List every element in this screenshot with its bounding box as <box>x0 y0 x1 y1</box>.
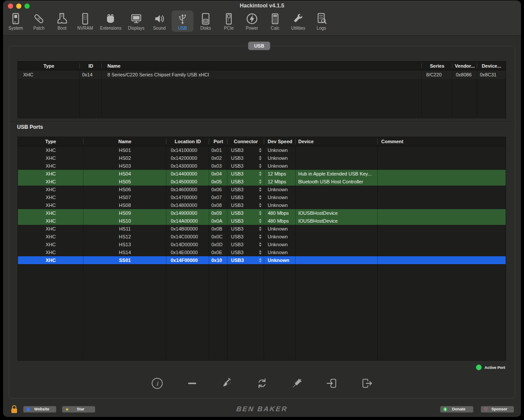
column-header-1[interactable]: ID <box>80 62 102 70</box>
column-header-location-id[interactable]: Location ID <box>166 137 209 146</box>
usb-ports-body[interactable]: XHCHS010x141000000x01USB3UnknownXHCHS020… <box>18 146 506 360</box>
usb-icon <box>176 12 189 26</box>
connector-stepper[interactable] <box>259 219 262 223</box>
connector-stepper[interactable] <box>259 211 262 215</box>
toolbar-item-displays[interactable]: Displays <box>125 10 147 32</box>
connector-stepper[interactable] <box>259 242 262 247</box>
toolbar-item-utilities[interactable]: Utilities <box>287 10 309 32</box>
connector-stepper[interactable] <box>259 234 262 239</box>
connector-value: USB3 <box>231 218 244 224</box>
toolbar-item-boot[interactable]: Boot <box>51 10 73 32</box>
column-header-device[interactable]: Device <box>296 137 378 146</box>
connector-stepper[interactable] <box>259 250 262 255</box>
active-port-label: Active Port <box>484 365 505 370</box>
usb-port-row-hs03[interactable]: XHCHS030x143000000x03USB3Unknown <box>18 162 506 170</box>
toolbar-item-pcie[interactable]: PCIe <box>218 10 240 32</box>
svg-text:i: i <box>156 380 159 387</box>
connector-value: USB3 <box>231 187 244 192</box>
toolbar-item-power[interactable]: Power <box>241 10 263 32</box>
column-header-5[interactable]: Device... <box>477 62 506 70</box>
clean-button[interactable] <box>220 377 234 391</box>
toolbar-item-calc[interactable]: Calc <box>264 10 286 32</box>
boot-icon <box>55 12 69 26</box>
section-divider <box>9 121 515 122</box>
toolbar-item-logs[interactable]: Logs <box>310 10 332 32</box>
connector-stepper[interactable] <box>259 172 262 176</box>
column-header-4[interactable]: Vendor... <box>452 62 477 70</box>
info-button[interactable]: i <box>150 377 164 391</box>
usb-port-row-hs04[interactable]: XHCHS040x144000000x04USB312 MbpsHub in A… <box>18 170 506 178</box>
usb-port-row-hs12[interactable]: XHCHS120x14C000000x0CUSB3Unknown <box>18 233 506 241</box>
connector-stepper[interactable] <box>259 227 262 231</box>
usb-ports-title: USB Ports <box>17 124 43 130</box>
controllers-header: TypeIDNameSeriesVendor...Device... <box>18 62 506 70</box>
connector-stepper[interactable] <box>259 187 262 192</box>
ben-baker-logo: BEN BAKER <box>10 405 514 413</box>
controllers-body[interactable]: XHC0x148 Series/C220 Series Chipset Fami… <box>18 70 506 117</box>
connector-value: USB3 <box>231 155 244 161</box>
column-header-name[interactable]: Name <box>83 137 166 146</box>
toolbar-item-sound[interactable]: Sound <box>148 10 170 32</box>
column-header-port[interactable]: Port <box>209 137 228 146</box>
title-bar: Hackintool v4.1.5 <box>3 0 521 10</box>
connector-value: USB3 <box>231 203 244 208</box>
extensions-icon <box>104 12 117 26</box>
toolbar-item-patch[interactable]: Patch <box>28 10 50 32</box>
column-header-0[interactable]: Type <box>18 62 80 70</box>
column-header-type[interactable]: Type <box>18 137 83 146</box>
connector-value: USB3 <box>231 195 244 200</box>
tab-usb[interactable]: USB <box>248 41 270 50</box>
connector-value: USB3 <box>231 163 244 169</box>
utilities-icon <box>292 12 305 26</box>
usb-port-row-hs05[interactable]: XHCHS050x145000000x05USB312 MbpsBluetoot… <box>18 178 506 186</box>
usb-ports-table: TypeNameLocation IDPortConnectorDev Spee… <box>17 137 506 361</box>
usb-port-row-hs14[interactable]: XHCHS140x14E000000x0EUSB3Unknown <box>18 248 506 256</box>
export-button[interactable] <box>360 377 374 391</box>
broom-icon <box>221 377 234 392</box>
usb-port-row-hs08[interactable]: XHCHS080x148000000x08USB3Unknown <box>18 201 506 209</box>
inject-button[interactable] <box>290 377 304 391</box>
usb-port-row-hs01[interactable]: XHCHS010x141000000x01USB3Unknown <box>18 146 506 154</box>
column-header-comment[interactable]: Comment <box>378 137 506 146</box>
export-icon <box>360 377 373 392</box>
logs-icon <box>315 12 328 26</box>
remove-button[interactable] <box>185 377 199 391</box>
connector-stepper[interactable] <box>259 156 262 160</box>
connector-stepper[interactable] <box>259 179 262 184</box>
controller-row[interactable]: XHC0x148 Series/C220 Series Chipset Fami… <box>18 70 506 79</box>
toolbar-item-usb[interactable]: USB <box>172 10 193 32</box>
column-header-2[interactable]: Name <box>102 62 422 70</box>
active-port-dot <box>476 365 482 370</box>
usb-port-row-hs09[interactable]: XHCHS090x149000000x09USB3480 MbpsIOUSBHo… <box>18 209 506 217</box>
connector-stepper[interactable] <box>259 195 262 200</box>
toolbar-item-disks[interactable]: Disks <box>195 10 217 32</box>
connector-stepper[interactable] <box>259 258 262 262</box>
refresh-icon <box>255 377 269 392</box>
connector-stepper[interactable] <box>259 203 262 207</box>
usb-ports-header: TypeNameLocation IDPortConnectorDev Spee… <box>18 137 506 146</box>
toolbar-item-nvram[interactable]: NVRAM <box>74 10 96 32</box>
toolbar-item-extensions[interactable]: Extensions <box>97 10 124 32</box>
nvram-icon <box>79 12 92 26</box>
usb-port-row-hs06[interactable]: XHCHS060x146000000x06USB3Unknown <box>18 186 506 193</box>
usb-port-row-hs13[interactable]: XHCHS130x14D000000x0DUSB3Unknown <box>18 241 506 248</box>
active-port-legend: Active Port <box>476 365 505 370</box>
connector-value: USB3 <box>231 242 244 247</box>
column-header-dev-speed[interactable]: Dev Speed <box>264 137 296 146</box>
usb-port-row-ss01[interactable]: XHCSS010x14F000000x10USB3Unknown <box>18 256 506 264</box>
usb-port-row-hs11[interactable]: XHCHS110x14B000000x0BUSB3Unknown <box>18 225 506 233</box>
refresh-button[interactable] <box>255 377 269 391</box>
toolbar-item-system[interactable]: System <box>5 10 27 32</box>
column-header-3[interactable]: Series <box>422 62 452 70</box>
connector-stepper[interactable] <box>259 164 262 168</box>
import-button[interactable] <box>325 377 339 391</box>
usb-port-row-hs02[interactable]: XHCHS020x142000000x02USB3Unknown <box>18 154 506 162</box>
column-header-connector[interactable]: Connector <box>228 137 264 146</box>
footer-bar: Website ★ Star BEN BAKER $ Donate ♡ Spon… <box>10 404 514 414</box>
pcie-icon <box>222 12 235 26</box>
usb-port-row-hs10[interactable]: XHCHS100x14A000000x0AUSB3480 MbpsIOUSBHo… <box>18 217 506 225</box>
connector-stepper[interactable] <box>259 148 262 152</box>
usb-port-row-hs07[interactable]: XHCHS070x147000000x07USB3Unknown <box>18 193 506 201</box>
displays-icon <box>130 12 143 26</box>
action-toolbar: i <box>9 375 515 394</box>
